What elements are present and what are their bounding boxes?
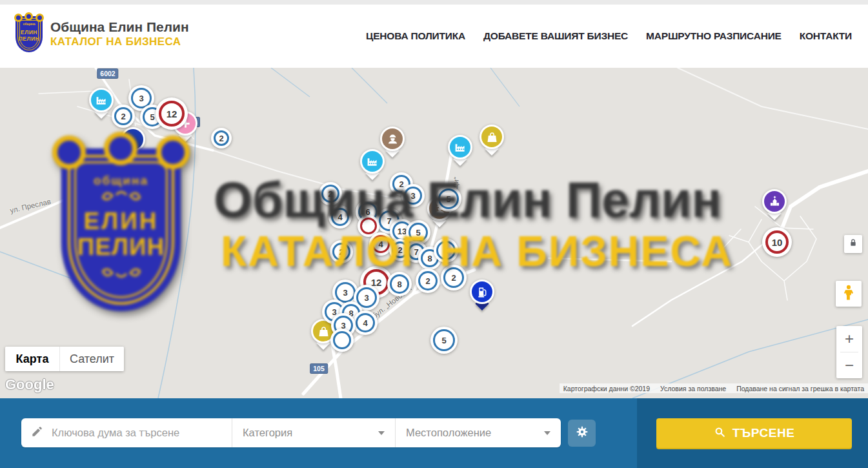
zoom-control: + − (836, 326, 862, 378)
map-pin-factory-icon[interactable] (89, 88, 114, 112)
terms-link[interactable]: Условия за ползване (660, 385, 726, 392)
map-type-map-button[interactable]: Карта (5, 347, 59, 371)
site-title: Община Елин Пелин (50, 19, 189, 35)
bag-icon (485, 130, 499, 144)
nav-item-pricing[interactable]: ЦЕНОВА ПОЛИТИКА (366, 30, 465, 42)
nav-item-contacts[interactable]: КОНТАКТИ (800, 30, 852, 42)
lock-icon (848, 238, 858, 250)
search-icon (714, 426, 726, 440)
map-marker-cluster[interactable]: 2 (319, 182, 342, 205)
road-badge: 105 (310, 363, 328, 374)
nav-item-route-schedule[interactable]: МАРШРУТНО РАЗПИСАНИЕ (646, 30, 782, 42)
pencil-icon (31, 425, 43, 440)
keyword-input[interactable] (50, 426, 227, 440)
location-value: Местоположение (406, 427, 491, 439)
fuel-icon (476, 285, 489, 299)
category-value: Категория (243, 427, 292, 439)
top-strip (0, 0, 868, 5)
search-button[interactable]: ТЪРСЕНЕ (656, 418, 852, 448)
pegman-button[interactable] (836, 281, 862, 307)
lock-button[interactable] (844, 235, 862, 253)
nav-item-add-business[interactable]: ДОБАВЕТЕ ВАШИЯТ БИЗНЕС (483, 30, 628, 42)
search-bar: Категория Местоположение ТЪРСЕНЕ (0, 398, 868, 468)
worker-icon (386, 132, 399, 146)
map-marker-cluster[interactable] (330, 329, 354, 352)
attribution-copyright: Картографски данни ©2019 (563, 385, 650, 392)
map-type-satellite-button[interactable]: Сателит (59, 347, 124, 371)
church-icon (768, 195, 782, 209)
factory-icon (95, 94, 108, 107)
map-attribution: Картографски данни ©2019 Условия за полз… (560, 383, 868, 393)
bag-icon (317, 325, 330, 338)
map-marker-cluster[interactable]: 10 (762, 227, 792, 257)
pegman-icon (840, 284, 857, 303)
map-marker-cluster[interactable]: 2 (211, 128, 232, 148)
page: община ЕЛИН ПЕЛИН Община Елин Пелин КАТА… (0, 0, 868, 468)
map-marker-cluster[interactable]: 4 (434, 238, 458, 263)
map-marker-cluster[interactable]: 2 (416, 269, 440, 293)
map-marker-cluster[interactable]: 2 (330, 240, 353, 263)
zoom-in-button[interactable]: + (836, 326, 862, 352)
road-badge: 6002 (97, 68, 118, 79)
map-marker-cluster[interactable]: 12 (156, 97, 188, 130)
category-dropdown[interactable]: Категория (232, 418, 396, 447)
map-marker-cluster[interactable]: 4 (328, 205, 352, 229)
report-error-link[interactable]: Подаване на сигнал за грешка в картата (736, 385, 864, 392)
map-marker-cluster[interactable]: 5 (436, 186, 461, 212)
map-pin-worker-icon[interactable] (380, 127, 405, 151)
map-marker-cluster[interactable]: 3 (401, 184, 425, 207)
municipality-crest-logo: община ЕЛИН ПЕЛИН (14, 14, 44, 54)
map-marker-cluster[interactable]: 2 (112, 105, 135, 128)
main-nav: ЦЕНОВА ПОЛИТИКА ДОБАВЕТЕ ВАШИЯТ БИЗНЕС М… (366, 5, 852, 68)
chevron-down-icon (544, 431, 550, 435)
map-pin-factory-icon[interactable] (448, 135, 472, 159)
factory-icon (366, 155, 379, 168)
location-dropdown[interactable]: Местоположение (396, 418, 561, 447)
search-field-group: Категория Местоположение (21, 418, 561, 447)
chevron-down-icon (378, 431, 385, 435)
google-logo[interactable]: Google (5, 376, 54, 393)
site-subtitle: КАТАЛОГ НА БИЗНЕСА (50, 35, 189, 48)
map-pin-church-icon[interactable] (762, 189, 787, 214)
gear-icon (575, 425, 589, 442)
map-marker-cluster[interactable]: 2 (441, 265, 467, 290)
header-logo[interactable]: община ЕЛИН ПЕЛИН Община Елин Пелин КАТА… (14, 14, 189, 54)
map-pin-bag-icon[interactable] (479, 125, 504, 149)
zoom-out-button[interactable]: − (836, 352, 862, 378)
map-canvas[interactable]: ул. Преславбул. „Новоселщи“6002105 32512… (0, 68, 868, 398)
advanced-settings-button[interactable] (568, 420, 596, 447)
keyword-field[interactable] (21, 418, 232, 447)
map-type-control: Карта Сателит (5, 347, 124, 371)
map-pin-fuel-icon[interactable] (470, 280, 494, 304)
map-marker-cluster[interactable]: 5 (430, 327, 458, 354)
search-button-label: ТЪРСЕНЕ (732, 426, 795, 440)
map-pin-factory-icon[interactable] (360, 149, 385, 174)
header: община ЕЛИН ПЕЛИН Община Елин Пелин КАТА… (0, 5, 868, 68)
map-marker-cluster[interactable]: 4 (353, 310, 378, 335)
map-marker-cluster[interactable]: 8 (387, 272, 412, 296)
map-pin-plain[interactable] (121, 127, 145, 152)
factory-icon (454, 141, 467, 154)
